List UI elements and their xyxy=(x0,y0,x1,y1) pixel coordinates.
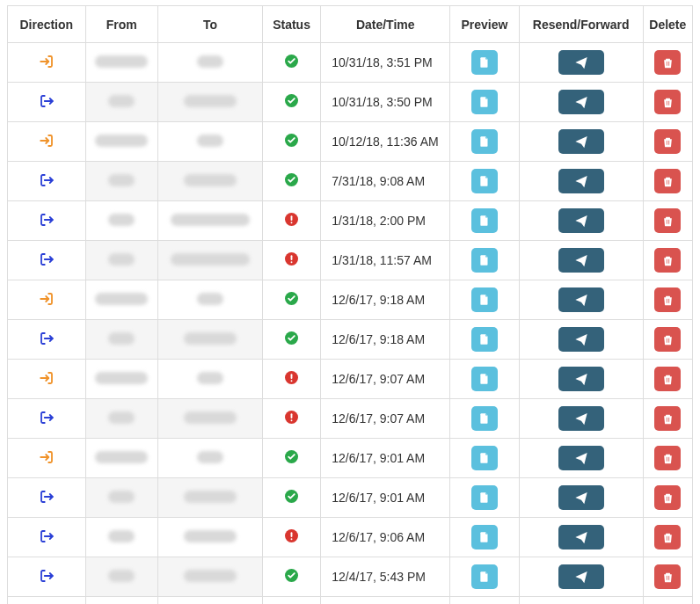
col-delete[interactable]: Delete xyxy=(643,6,692,43)
preview-button[interactable] xyxy=(471,50,498,75)
preview-button[interactable] xyxy=(471,485,498,510)
trash-icon xyxy=(662,215,674,228)
redacted-text xyxy=(108,411,135,424)
datetime-cell: 12/4/17, 5:43 PM xyxy=(321,557,450,597)
resend-forward-button[interactable] xyxy=(558,208,604,233)
delete-button[interactable] xyxy=(654,129,681,154)
trash-icon xyxy=(662,254,674,267)
to-cell xyxy=(158,439,263,478)
paper-plane-icon xyxy=(574,451,588,465)
trash-icon xyxy=(662,452,674,465)
delete-button[interactable] xyxy=(654,50,681,75)
preview-button[interactable] xyxy=(471,525,498,549)
trash-icon xyxy=(662,373,674,386)
delete-button[interactable] xyxy=(654,406,681,431)
file-icon xyxy=(478,451,491,465)
sign-out-icon xyxy=(39,93,55,109)
from-cell xyxy=(85,280,158,320)
svg-rect-18 xyxy=(291,256,293,261)
col-direction[interactable]: Direction xyxy=(8,6,86,43)
preview-button[interactable] xyxy=(471,208,498,233)
from-cell xyxy=(85,162,158,201)
resend-forward-button[interactable] xyxy=(558,90,604,114)
svg-rect-45 xyxy=(291,533,293,538)
resend-forward-button[interactable] xyxy=(558,327,604,352)
resend-forward-button[interactable] xyxy=(558,129,604,154)
redacted-text xyxy=(108,95,135,107)
svg-rect-16 xyxy=(668,219,669,223)
svg-rect-20 xyxy=(667,258,667,263)
redacted-text xyxy=(197,293,223,305)
paper-plane-icon xyxy=(574,55,588,69)
table-row: 10/31/18, 3:51 PM xyxy=(8,43,693,83)
resend-forward-button[interactable] xyxy=(558,367,604,391)
sign-out-icon xyxy=(39,568,55,584)
delete-button[interactable] xyxy=(654,248,681,273)
svg-rect-24 xyxy=(668,298,669,302)
preview-button[interactable] xyxy=(471,248,498,273)
svg-rect-8 xyxy=(668,140,669,144)
resend-forward-button[interactable] xyxy=(558,50,604,75)
redacted-text xyxy=(95,372,148,384)
svg-rect-50 xyxy=(667,575,667,579)
delete-button[interactable] xyxy=(654,208,681,233)
delete-button[interactable] xyxy=(654,564,681,589)
delete-button[interactable] xyxy=(654,446,681,470)
table-row: 12/6/17, 9:06 AM xyxy=(8,518,693,557)
to-cell xyxy=(158,83,263,122)
delete-button[interactable] xyxy=(654,90,681,114)
from-cell xyxy=(85,83,158,122)
to-cell xyxy=(158,162,263,201)
from-cell xyxy=(85,399,158,439)
col-datetime[interactable]: Date/Time xyxy=(321,6,450,43)
table-row: 12/6/17, 9:01 AM xyxy=(8,478,693,518)
delete-button[interactable] xyxy=(654,367,681,391)
col-preview[interactable]: Preview xyxy=(450,6,520,43)
resend-forward-button[interactable] xyxy=(558,248,604,273)
resend-forward-button[interactable] xyxy=(558,446,604,470)
delete-button[interactable] xyxy=(654,169,681,193)
col-from[interactable]: From xyxy=(85,6,158,43)
resend-forward-button[interactable] xyxy=(558,287,604,312)
file-icon xyxy=(478,293,491,307)
resend-forward-button[interactable] xyxy=(558,525,604,549)
col-to[interactable]: To xyxy=(158,6,263,43)
delete-button[interactable] xyxy=(654,485,681,510)
datetime-cell: 12/6/17, 9:18 AM xyxy=(321,280,450,320)
exclamation-circle-icon xyxy=(285,411,299,425)
redacted-text xyxy=(108,491,135,503)
preview-button[interactable] xyxy=(471,90,498,114)
col-status[interactable]: Status xyxy=(262,6,320,43)
preview-button[interactable] xyxy=(471,169,498,193)
trash-icon xyxy=(662,412,674,426)
from-cell xyxy=(85,241,158,280)
preview-button[interactable] xyxy=(471,327,498,352)
redacted-text xyxy=(95,451,148,463)
resend-forward-button[interactable] xyxy=(558,485,604,510)
svg-rect-47 xyxy=(667,535,667,540)
sign-in-icon xyxy=(39,370,55,386)
to-cell xyxy=(158,597,263,605)
fax-log-table: Direction From To Status Date/Time Previ… xyxy=(7,5,693,604)
preview-button[interactable] xyxy=(471,367,498,391)
from-cell xyxy=(85,557,158,597)
sign-out-icon xyxy=(39,212,55,228)
col-resend[interactable]: Resend/Forward xyxy=(519,6,643,43)
preview-button[interactable] xyxy=(471,446,498,470)
resend-forward-button[interactable] xyxy=(558,564,604,589)
preview-button[interactable] xyxy=(471,564,498,589)
file-icon xyxy=(478,174,491,188)
svg-rect-4 xyxy=(667,100,667,105)
delete-button[interactable] xyxy=(654,287,681,312)
datetime-cell: 10/19/17, 3:15 PM xyxy=(321,597,450,605)
redacted-text xyxy=(184,570,237,582)
redacted-text xyxy=(197,372,223,384)
preview-button[interactable] xyxy=(471,406,498,431)
resend-forward-button[interactable] xyxy=(558,406,604,431)
resend-forward-button[interactable] xyxy=(558,169,604,193)
delete-button[interactable] xyxy=(654,327,681,352)
check-circle-icon xyxy=(285,55,299,69)
preview-button[interactable] xyxy=(471,129,498,154)
preview-button[interactable] xyxy=(471,287,498,312)
delete-button[interactable] xyxy=(654,525,681,549)
